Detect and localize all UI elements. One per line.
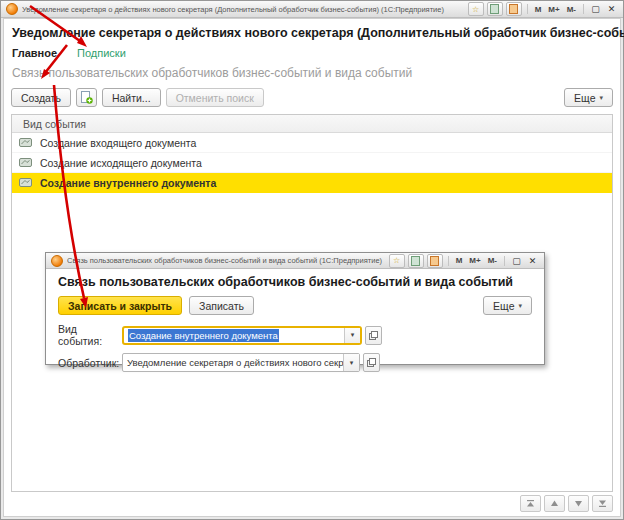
new-document-icon — [80, 91, 93, 104]
maximize-icon[interactable]: ▢ — [510, 256, 523, 266]
go-to-bottom-button[interactable] — [592, 495, 613, 512]
arrow-up-icon — [550, 499, 559, 508]
tab-podpiski[interactable]: Подписки — [77, 47, 126, 59]
link-history-icon[interactable] — [408, 254, 424, 268]
event-icon — [19, 178, 32, 187]
dropdown-chevron-icon[interactable]: ▾ — [344, 328, 360, 343]
chevron-down-icon: ▾ — [518, 302, 522, 310]
handler-value[interactable]: Уведомление секретаря о действиях нового… — [123, 354, 343, 371]
titlebar-separator — [504, 256, 505, 266]
column-header[interactable]: Вид события — [12, 115, 612, 133]
list-item[interactable]: Создание входящего документа — [12, 133, 612, 153]
font-increase-button[interactable]: M+ — [467, 256, 482, 265]
dialog-window-title: Связь пользовательских обработчиков бизн… — [67, 256, 385, 265]
dialog-body: Связь пользовательских обработчиков бизн… — [46, 269, 544, 372]
arrow-down-icon — [574, 499, 583, 508]
list-item[interactable]: Создание исходящего документа — [12, 153, 612, 173]
close-icon[interactable]: ✕ — [526, 256, 539, 266]
handler-combobox[interactable]: Уведомление секретаря о действиях нового… — [122, 353, 360, 372]
font-normal-button[interactable]: M — [533, 5, 544, 14]
list-item-label: Создание внутреннего документа — [40, 177, 216, 189]
orange-doc-icon — [509, 4, 518, 14]
1c-app-icon — [51, 255, 63, 267]
go-to-top-button[interactable] — [520, 495, 541, 512]
page-title: Уведомление секретаря о действиях нового… — [12, 26, 613, 40]
font-normal-button[interactable]: M — [454, 256, 465, 265]
event-kind-label: Вид события: — [58, 323, 122, 347]
font-decrease-button[interactable]: M- — [486, 256, 499, 265]
green-doc-icon — [490, 4, 499, 14]
font-decrease-button[interactable]: M- — [565, 5, 578, 14]
screen: Уведомление секретаря о действиях нового… — [0, 0, 624, 520]
event-icon — [19, 138, 32, 147]
create-button[interactable]: Создать — [11, 88, 71, 107]
titlebar-separator — [583, 4, 584, 14]
list-navigation — [11, 492, 613, 512]
orange-doc-icon — [430, 256, 439, 266]
handler-label: Обработчик: — [58, 357, 122, 369]
event-kind-combobox[interactable]: Создание внутреннего документа ▾ — [122, 326, 362, 345]
green-doc-icon — [411, 256, 420, 266]
dialog-more-button[interactable]: Еще▾ — [483, 296, 532, 315]
list-item-label: Создание исходящего документа — [40, 157, 202, 169]
arrow-top-icon — [526, 499, 535, 508]
history-icon[interactable] — [506, 2, 522, 16]
1c-app-icon — [6, 3, 18, 15]
maximize-icon[interactable]: ▢ — [589, 4, 602, 14]
save-and-close-button[interactable]: Записать и закрыть — [58, 296, 182, 315]
open-link-icon[interactable] — [363, 353, 380, 372]
list-item-label: Создание входящего документа — [40, 137, 196, 149]
main-window-title: Уведомление секретаря о действиях нового… — [22, 5, 464, 14]
tab-glavnoe[interactable]: Главное — [12, 47, 57, 59]
list-subtitle: Связь пользовательских обработчиков бизн… — [12, 66, 613, 80]
history-icon[interactable] — [427, 254, 443, 268]
favorites-star-icon[interactable]: ☆ — [468, 2, 484, 16]
arrow-bottom-icon — [598, 499, 607, 508]
titlebar-separator — [527, 4, 528, 14]
create-new-icon-button[interactable] — [76, 88, 97, 107]
chain-link-icon — [369, 331, 378, 340]
event-kind-field-row: Вид события: Создание внутреннего докуме… — [58, 323, 532, 347]
list-toolbar: Создать Найти... Отменить поиск Еще▾ — [11, 88, 613, 107]
open-link-icon[interactable] — [365, 326, 382, 345]
event-icon — [19, 158, 32, 167]
save-button[interactable]: Записать — [189, 296, 254, 315]
chain-link-icon — [367, 358, 376, 367]
event-kind-value[interactable]: Создание внутреннего документа — [124, 328, 344, 343]
dialog-title: Связь пользовательских обработчиков бизн… — [58, 275, 532, 289]
dialog-titlebar[interactable]: Связь пользовательских обработчиков бизн… — [46, 253, 544, 269]
link-history-icon[interactable] — [487, 2, 503, 16]
titlebar-separator — [448, 256, 449, 266]
more-button[interactable]: Еще▾ — [564, 88, 613, 107]
favorites-star-icon[interactable]: ☆ — [389, 254, 405, 268]
page-up-button[interactable] — [544, 495, 565, 512]
chevron-down-icon: ▾ — [599, 94, 603, 102]
link-dialog: Связь пользовательских обработчиков бизн… — [45, 252, 545, 365]
main-titlebar[interactable]: Уведомление секретаря о действиях нового… — [1, 1, 623, 18]
find-button[interactable]: Найти... — [102, 88, 161, 107]
dialog-toolbar: Записать и закрыть Записать Еще▾ — [58, 296, 532, 315]
page-down-button[interactable] — [568, 495, 589, 512]
nav-tabs: Главное Подписки — [12, 47, 613, 59]
handler-field-row: Обработчик: Уведомление секретаря о дейс… — [58, 353, 532, 372]
font-increase-button[interactable]: M+ — [546, 5, 561, 14]
list-item-selected[interactable]: Создание внутреннего документа — [12, 173, 612, 193]
close-icon[interactable]: ✕ — [605, 4, 618, 14]
dropdown-chevron-icon[interactable]: ▾ — [343, 354, 359, 371]
cancel-search-button[interactable]: Отменить поиск — [166, 88, 264, 107]
